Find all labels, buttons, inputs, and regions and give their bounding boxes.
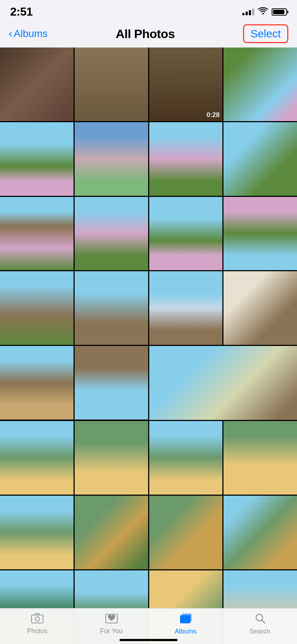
albums-icon [180, 613, 192, 626]
photo-cell[interactable] [75, 346, 148, 420]
photo-cell[interactable] [149, 271, 223, 345]
video-duration: 0:28 [206, 111, 219, 119]
tab-for-you[interactable]: For You [74, 613, 148, 635]
photo-cell[interactable] [223, 48, 297, 121]
photo-cell[interactable] [149, 346, 297, 420]
tab-albums-label: Albums [175, 628, 196, 635]
photo-cell[interactable] [0, 271, 74, 345]
photo-cell[interactable] [0, 421, 74, 495]
status-time: 2:51 [10, 5, 33, 18]
photo-cell[interactable] [223, 122, 297, 196]
photo-cell[interactable] [149, 496, 223, 569]
photo-cell[interactable] [75, 271, 148, 345]
svg-point-0 [262, 13, 264, 15]
photo-cell[interactable] [149, 122, 223, 196]
search-icon [255, 613, 265, 626]
home-indicator [120, 639, 177, 641]
photo-cell[interactable] [0, 496, 74, 569]
svg-rect-1 [32, 615, 43, 623]
photo-cell[interactable] [149, 421, 223, 495]
wifi-icon [258, 7, 268, 17]
status-icons [242, 7, 287, 17]
battery-icon [272, 8, 287, 16]
photo-cell[interactable]: 0:28 [149, 48, 223, 121]
select-button[interactable]: Select [243, 24, 288, 43]
for-you-icon [105, 613, 118, 626]
back-button[interactable]: ‹ Albums [9, 28, 47, 40]
photos-icon [31, 613, 43, 626]
photo-cell[interactable] [223, 271, 297, 345]
photo-cell[interactable] [0, 197, 74, 271]
svg-point-2 [35, 617, 39, 621]
tab-photos-label: Photos [27, 627, 47, 635]
photo-cell[interactable] [223, 421, 297, 495]
photo-cell[interactable] [0, 48, 74, 121]
photo-cell[interactable] [75, 197, 148, 271]
photo-cell[interactable] [149, 197, 223, 271]
chevron-left-icon: ‹ [9, 27, 12, 40]
photo-cell[interactable] [75, 496, 148, 569]
nav-bar: ‹ Albums All Photos Select [0, 21, 297, 48]
photo-cell[interactable] [75, 48, 148, 121]
page-title: All Photos [116, 27, 175, 41]
back-label: Albums [14, 28, 47, 40]
photo-cell[interactable] [223, 496, 297, 569]
signal-icon [242, 9, 254, 15]
tab-albums[interactable]: Albums [148, 613, 223, 635]
svg-rect-6 [182, 613, 192, 621]
photo-cell[interactable] [75, 421, 148, 495]
tab-search-label: Search [250, 628, 270, 635]
photo-cell[interactable] [75, 122, 148, 196]
tab-photos[interactable]: Photos [0, 613, 74, 635]
photo-cell[interactable] [0, 122, 74, 196]
tab-for-you-label: For You [100, 627, 122, 635]
svg-line-8 [262, 620, 265, 623]
tab-search[interactable]: Search [223, 613, 297, 635]
status-bar: 2:51 [0, 0, 297, 21]
photo-grid: 0:28 [0, 48, 297, 644]
photo-cell[interactable] [0, 346, 74, 420]
photo-cell[interactable] [223, 197, 297, 271]
